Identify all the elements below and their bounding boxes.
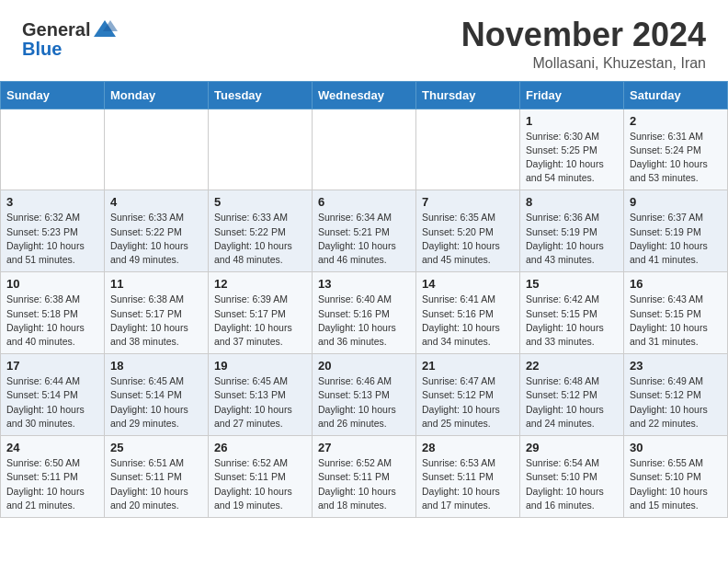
calendar-cell	[313, 109, 416, 190]
day-info: Sunrise: 6:38 AM Sunset: 5:18 PM Dayligh…	[6, 293, 98, 349]
calendar-week-row: 24Sunrise: 6:50 AM Sunset: 5:11 PM Dayli…	[1, 436, 728, 518]
day-number: 4	[110, 195, 202, 209]
day-number: 26	[214, 441, 306, 454]
day-of-week-header: Wednesday	[313, 81, 416, 109]
logo-general-text: General	[22, 19, 90, 40]
calendar-cell: 24Sunrise: 6:50 AM Sunset: 5:11 PM Dayli…	[1, 436, 105, 518]
day-number: 27	[318, 441, 410, 454]
calendar-week-row: 1Sunrise: 6:30 AM Sunset: 5:25 PM Daylig…	[1, 109, 728, 190]
calendar-cell: 7Sunrise: 6:35 AM Sunset: 5:20 PM Daylig…	[416, 190, 520, 272]
calendar-header-row: SundayMondayTuesdayWednesdayThursdayFrid…	[1, 81, 728, 109]
day-info: Sunrise: 6:44 AM Sunset: 5:14 PM Dayligh…	[6, 374, 98, 431]
day-number: 12	[214, 277, 306, 291]
day-info: Sunrise: 6:52 AM Sunset: 5:11 PM Dayligh…	[214, 456, 306, 512]
day-info: Sunrise: 6:48 AM Sunset: 5:12 PM Dayligh…	[526, 374, 618, 431]
day-of-week-header: Saturday	[624, 81, 728, 109]
calendar-cell: 12Sunrise: 6:39 AM Sunset: 5:17 PM Dayli…	[209, 272, 313, 354]
day-info: Sunrise: 6:38 AM Sunset: 5:17 PM Dayligh…	[110, 293, 202, 349]
day-number: 21	[422, 359, 514, 373]
day-info: Sunrise: 6:31 AM Sunset: 5:24 PM Dayligh…	[630, 130, 722, 186]
day-info: Sunrise: 6:36 AM Sunset: 5:19 PM Dayligh…	[526, 211, 618, 267]
day-info: Sunrise: 6:45 AM Sunset: 5:13 PM Dayligh…	[214, 374, 306, 431]
day-number: 2	[630, 114, 722, 128]
month-title: November 2024	[461, 17, 706, 53]
page-header: General Blue November 2024 Mollasani, Kh…	[0, 0, 728, 81]
calendar-cell: 25Sunrise: 6:51 AM Sunset: 5:11 PM Dayli…	[105, 436, 209, 518]
day-number: 10	[6, 277, 98, 291]
day-info: Sunrise: 6:43 AM Sunset: 5:15 PM Dayligh…	[630, 293, 722, 349]
day-info: Sunrise: 6:55 AM Sunset: 5:10 PM Dayligh…	[630, 456, 722, 512]
day-of-week-header: Friday	[520, 81, 624, 109]
day-number: 19	[214, 359, 306, 373]
calendar-cell	[1, 109, 105, 190]
logo-blue-text: Blue	[22, 39, 62, 60]
day-number: 6	[318, 195, 410, 209]
day-info: Sunrise: 6:49 AM Sunset: 5:12 PM Dayligh…	[630, 374, 722, 431]
day-number: 22	[526, 359, 618, 373]
day-number: 7	[422, 195, 514, 209]
calendar-cell: 16Sunrise: 6:43 AM Sunset: 5:15 PM Dayli…	[624, 272, 728, 354]
day-info: Sunrise: 6:45 AM Sunset: 5:14 PM Dayligh…	[110, 374, 202, 431]
day-info: Sunrise: 6:52 AM Sunset: 5:11 PM Dayligh…	[318, 456, 410, 512]
day-number: 25	[110, 441, 202, 454]
calendar-cell: 3Sunrise: 6:32 AM Sunset: 5:23 PM Daylig…	[1, 190, 105, 272]
calendar-cell: 19Sunrise: 6:45 AM Sunset: 5:13 PM Dayli…	[209, 354, 313, 436]
day-info: Sunrise: 6:30 AM Sunset: 5:25 PM Dayligh…	[526, 130, 618, 186]
day-info: Sunrise: 6:54 AM Sunset: 5:10 PM Dayligh…	[526, 456, 618, 512]
calendar-cell: 23Sunrise: 6:49 AM Sunset: 5:12 PM Dayli…	[624, 354, 728, 436]
calendar-cell: 21Sunrise: 6:47 AM Sunset: 5:12 PM Dayli…	[416, 354, 520, 436]
calendar-cell	[416, 109, 520, 190]
calendar-cell: 5Sunrise: 6:33 AM Sunset: 5:22 PM Daylig…	[209, 190, 313, 272]
day-info: Sunrise: 6:46 AM Sunset: 5:13 PM Dayligh…	[318, 374, 410, 431]
day-info: Sunrise: 6:34 AM Sunset: 5:21 PM Dayligh…	[318, 211, 410, 267]
calendar-table: SundayMondayTuesdayWednesdayThursdayFrid…	[0, 81, 728, 518]
calendar-cell	[105, 109, 209, 190]
day-number: 13	[318, 277, 410, 291]
day-number: 23	[630, 359, 722, 373]
calendar-cell: 27Sunrise: 6:52 AM Sunset: 5:11 PM Dayli…	[313, 436, 416, 518]
calendar-week-row: 3Sunrise: 6:32 AM Sunset: 5:23 PM Daylig…	[1, 190, 728, 272]
day-number: 3	[6, 195, 98, 209]
calendar-cell	[209, 109, 313, 190]
logo-icon	[92, 17, 118, 42]
calendar-cell: 22Sunrise: 6:48 AM Sunset: 5:12 PM Dayli…	[520, 354, 624, 436]
location-title: Mollasani, Khuzestan, Iran	[461, 55, 706, 72]
calendar-cell: 20Sunrise: 6:46 AM Sunset: 5:13 PM Dayli…	[313, 354, 416, 436]
day-of-week-header: Tuesday	[209, 81, 313, 109]
day-number: 1	[526, 114, 618, 128]
day-info: Sunrise: 6:51 AM Sunset: 5:11 PM Dayligh…	[110, 456, 202, 512]
calendar-cell: 11Sunrise: 6:38 AM Sunset: 5:17 PM Dayli…	[105, 272, 209, 354]
day-number: 11	[110, 277, 202, 291]
day-number: 30	[630, 441, 722, 454]
calendar-cell: 18Sunrise: 6:45 AM Sunset: 5:14 PM Dayli…	[105, 354, 209, 436]
calendar-week-row: 17Sunrise: 6:44 AM Sunset: 5:14 PM Dayli…	[1, 354, 728, 436]
day-number: 29	[526, 441, 618, 454]
day-number: 17	[6, 359, 98, 373]
day-info: Sunrise: 6:50 AM Sunset: 5:11 PM Dayligh…	[6, 456, 98, 512]
calendar-cell: 14Sunrise: 6:41 AM Sunset: 5:16 PM Dayli…	[416, 272, 520, 354]
day-of-week-header: Sunday	[1, 81, 105, 109]
calendar-cell: 15Sunrise: 6:42 AM Sunset: 5:15 PM Dayli…	[520, 272, 624, 354]
day-info: Sunrise: 6:33 AM Sunset: 5:22 PM Dayligh…	[214, 211, 306, 267]
calendar-cell: 26Sunrise: 6:52 AM Sunset: 5:11 PM Dayli…	[209, 436, 313, 518]
day-info: Sunrise: 6:41 AM Sunset: 5:16 PM Dayligh…	[422, 293, 514, 349]
calendar-cell: 13Sunrise: 6:40 AM Sunset: 5:16 PM Dayli…	[313, 272, 416, 354]
day-info: Sunrise: 6:33 AM Sunset: 5:22 PM Dayligh…	[110, 211, 202, 267]
calendar-cell: 28Sunrise: 6:53 AM Sunset: 5:11 PM Dayli…	[416, 436, 520, 518]
calendar-cell: 1Sunrise: 6:30 AM Sunset: 5:25 PM Daylig…	[520, 109, 624, 190]
day-info: Sunrise: 6:35 AM Sunset: 5:20 PM Dayligh…	[422, 211, 514, 267]
day-info: Sunrise: 6:53 AM Sunset: 5:11 PM Dayligh…	[422, 456, 514, 512]
calendar-cell: 10Sunrise: 6:38 AM Sunset: 5:18 PM Dayli…	[1, 272, 105, 354]
day-number: 8	[526, 195, 618, 209]
day-info: Sunrise: 6:47 AM Sunset: 5:12 PM Dayligh…	[422, 374, 514, 431]
calendar-week-row: 10Sunrise: 6:38 AM Sunset: 5:18 PM Dayli…	[1, 272, 728, 354]
day-number: 5	[214, 195, 306, 209]
day-info: Sunrise: 6:37 AM Sunset: 5:19 PM Dayligh…	[630, 211, 722, 267]
day-number: 18	[110, 359, 202, 373]
day-number: 14	[422, 277, 514, 291]
day-number: 24	[6, 441, 98, 454]
day-number: 20	[318, 359, 410, 373]
day-number: 9	[630, 195, 722, 209]
calendar-cell: 2Sunrise: 6:31 AM Sunset: 5:24 PM Daylig…	[624, 109, 728, 190]
calendar-cell: 30Sunrise: 6:55 AM Sunset: 5:10 PM Dayli…	[624, 436, 728, 518]
